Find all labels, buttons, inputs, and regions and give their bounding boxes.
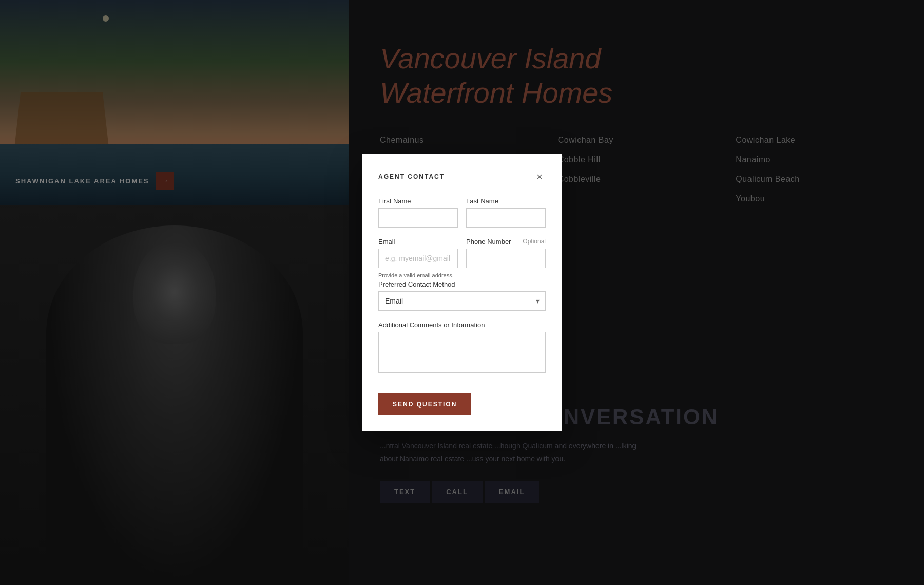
email-label: Email [378,238,458,246]
contact-method-section: Preferred Contact Method Email Phone Tex… [378,280,546,311]
last-name-input[interactable] [466,208,546,228]
phone-label-row: Phone Number Optional [466,238,546,246]
contact-method-select[interactable]: Email Phone Text [378,291,546,311]
email-group: Email Provide a valid email address. [378,238,458,278]
phone-label: Phone Number [466,238,511,246]
modal-close-button[interactable]: × [533,171,546,183]
modal-title: AGENT CONTACT [378,173,445,180]
first-name-input[interactable] [378,208,458,228]
comments-label: Additional Comments or Information [378,321,546,329]
phone-input[interactable] [466,249,546,268]
email-hint: Provide a valid email address. [378,272,458,278]
first-name-label: First Name [378,197,458,205]
last-name-group: Last Name [466,197,546,228]
modal-header: AGENT CONTACT × [378,171,546,183]
email-input[interactable] [378,249,458,268]
contact-method-wrapper: Email Phone Text ▾ [378,291,546,311]
comments-textarea[interactable] [378,332,546,373]
agent-contact-modal: AGENT CONTACT × First Name Last Name Ema… [362,154,562,431]
first-name-group: First Name [378,197,458,228]
name-row: First Name Last Name [378,197,546,228]
contact-row: Email Provide a valid email address. Pho… [378,238,546,278]
send-question-button[interactable]: SEND QUESTION [378,393,471,415]
contact-method-label: Preferred Contact Method [378,280,546,288]
last-name-label: Last Name [466,197,546,205]
modal-overlay[interactable]: AGENT CONTACT × First Name Last Name Ema… [0,0,924,585]
phone-optional-badge: Optional [523,238,546,245]
phone-group: Phone Number Optional [466,238,546,278]
comments-section: Additional Comments or Information [378,321,546,375]
